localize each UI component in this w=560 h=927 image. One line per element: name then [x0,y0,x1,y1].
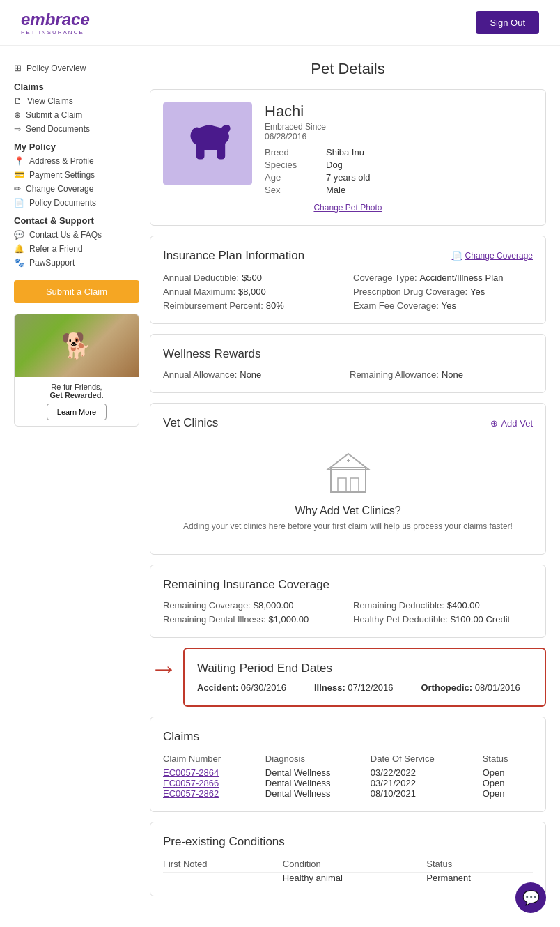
prescription-label: Prescription Drug Coverage: [353,286,467,297]
my-policy-label: My Policy [14,141,139,152]
main-content: Pet Details Hachi Embraced Since 06/28/2… [150,60,546,906]
sidebar-item-contact-faqs[interactable]: 💬 Contact Us & FAQs [14,228,139,242]
sidebar-item-refer-friend[interactable]: 🔔 Refer a Friend [14,242,139,256]
sidebar-item-policy-docs[interactable]: 📄 Policy Documents [14,196,139,210]
change-coverage-link[interactable]: 📄 Change Coverage [452,251,533,261]
chat-bubble-icon: 💬 [522,889,540,906]
healthy-pet-label: Healthy Pet Deductible: [353,614,448,625]
preexisting-table: First Noted Condition Status Healthy ani… [163,856,533,883]
grid-icon: ⊞ [14,63,22,73]
annual-maximum-value: $8,000 [238,286,266,297]
preexisting-title: Pre-existing Conditions [163,835,533,849]
vet-empty-desc: Adding your vet clinics here before your… [163,521,533,531]
header: embrace PET INSURANCE Sign Out [0,0,560,46]
plus-circle-vet-icon: ⊕ [490,418,498,429]
sidebar-item-change-coverage[interactable]: ✏ Change Coverage [14,182,139,196]
logo: embrace PET INSURANCE [21,10,90,36]
waiting-period-card: Waiting Period End Dates Accident: 06/30… [183,648,546,707]
waiting-period-title: Waiting Period End Dates [197,661,532,675]
reimbursement-value: 80% [266,300,284,311]
annual-allowance-value: None [240,369,261,380]
referral-subtitle: Get Rewarded. [20,391,133,399]
contact-support-label: Contact & Support [14,215,139,226]
claims-title: Claims [163,730,533,744]
sidebar-item-address[interactable]: 📍 Address & Profile [14,154,139,168]
chat-icon: 💬 [14,230,24,240]
remaining-allowance-label: Remaining Allowance: [350,369,439,380]
annual-maximum-label: Annual Maximum: [163,286,235,297]
sidebar: ⊞ Policy Overview Claims 🗋 View Claims ⊕… [14,60,150,906]
table-row: EC0057-2866 Dental Wellness 03/21/2022 O… [163,778,533,788]
claims-section-label: Claims [14,82,139,92]
vet-empty-title: Why Add Vet Clinics? [163,505,533,517]
document-icon: 📄 [14,198,24,208]
pet-details-card: Hachi Embraced Since 06/28/2016 Breed Sh… [150,89,546,226]
healthy-pet-value: $100.00 Credit [451,614,510,625]
svg-rect-0 [331,468,366,492]
sex-label: Sex [265,185,320,195]
illness-date: Illness: 07/12/2016 [314,682,394,693]
remaining-cov-label: Remaining Coverage: [163,600,251,611]
table-row: EC0057-2862 Dental Wellness 08/10/2021 O… [163,788,533,799]
accident-date: Accident: 06/30/2016 [197,682,286,693]
table-row: EC0057-2864 Dental Wellness 03/22/2022 O… [163,767,533,779]
svg-rect-1 [338,478,346,492]
card-icon: 💳 [14,170,24,180]
pet-name: Hachi [265,102,371,121]
add-vet-link[interactable]: ⊕ Add Vet [490,418,533,429]
sign-out-button[interactable]: Sign Out [476,11,539,34]
change-pet-photo-link[interactable]: Change Pet Photo [313,203,382,213]
sidebar-item-pawsupport[interactable]: 🐾 PawSupport [14,256,139,270]
vet-building-icon [163,450,533,498]
remaining-cov-value: $8,000.00 [254,600,294,611]
file-icon: 🗋 [14,96,22,106]
chat-bubble-button[interactable]: 💬 [515,882,546,913]
document-small-icon: 📄 [452,251,462,261]
insurance-plan-card: Insurance Plan Information 📄 Change Cove… [150,236,546,324]
species-value: Dog [326,160,371,170]
preexisting-col-condition: Condition [283,856,426,873]
remaining-deductible-label: Remaining Deductible: [353,600,444,611]
remaining-deductible-value: $400.00 [447,600,480,611]
annual-deductible-label: Annual Deductible: [163,273,239,283]
exam-fee-value: Yes [442,300,456,311]
claims-table: Claim Number Diagnosis Date Of Service S… [163,751,533,799]
paw-icon: 🐾 [14,258,24,268]
sidebar-item-send-documents[interactable]: ⇒ Send Documents [14,122,139,136]
plus-circle-icon: ⊕ [14,110,21,120]
remaining-dental-value: $1,000.00 [268,614,309,625]
sex-value: Male [326,185,371,195]
pet-info: Hachi Embraced Since 06/28/2016 Breed Sh… [265,102,371,195]
sidebar-item-policy-overview[interactable]: ⊞ Policy Overview [14,60,139,76]
annual-deductible-value: $500 [242,273,262,283]
sidebar-item-submit-claim[interactable]: ⊕ Submit a Claim [14,108,139,122]
age-label: Age [265,172,320,183]
table-row: Healthy animal Permanent [163,873,533,884]
preexisting-col-status: Status [426,856,533,873]
breed-label: Breed [265,147,320,158]
bell-icon: 🔔 [14,244,24,254]
page-title: Pet Details [150,60,546,78]
remaining-coverage-card: Remaining Insurance Coverage Remaining C… [150,565,546,638]
logo-sub: PET INSURANCE [21,29,90,36]
submit-claim-button[interactable]: Submit a Claim [14,280,139,303]
wellness-card: Wellness Rewards Annual Allowance: None … [150,334,546,393]
coverage-type-value: Accident/Illness Plan [420,273,504,283]
vet-clinics-card: Vet Clinics ⊕ Add Vet [150,403,546,555]
referral-box: 🐕 Re-fur Friends, Get Rewarded. Learn Mo… [14,314,139,427]
remaining-coverage-title: Remaining Insurance Coverage [163,578,329,591]
location-icon: 📍 [14,156,24,166]
svg-rect-2 [350,478,359,492]
sidebar-item-payment[interactable]: 💳 Payment Settings [14,168,139,182]
prescription-value: Yes [470,286,485,297]
remaining-allowance-value: None [442,369,463,380]
dog-silhouette [176,116,239,171]
claims-col-diagnosis: Diagnosis [265,751,371,767]
preexisting-card: Pre-existing Conditions First Noted Cond… [150,822,546,896]
age-value: 7 years old [326,172,371,183]
edit-icon: ✏ [14,184,21,194]
sidebar-item-view-claims[interactable]: 🗋 View Claims [14,94,139,108]
claims-card: Claims Claim Number Diagnosis Date Of Se… [150,717,546,812]
learn-more-button[interactable]: Learn More [47,404,107,420]
vet-clinics-title: Vet Clinics [163,416,218,430]
